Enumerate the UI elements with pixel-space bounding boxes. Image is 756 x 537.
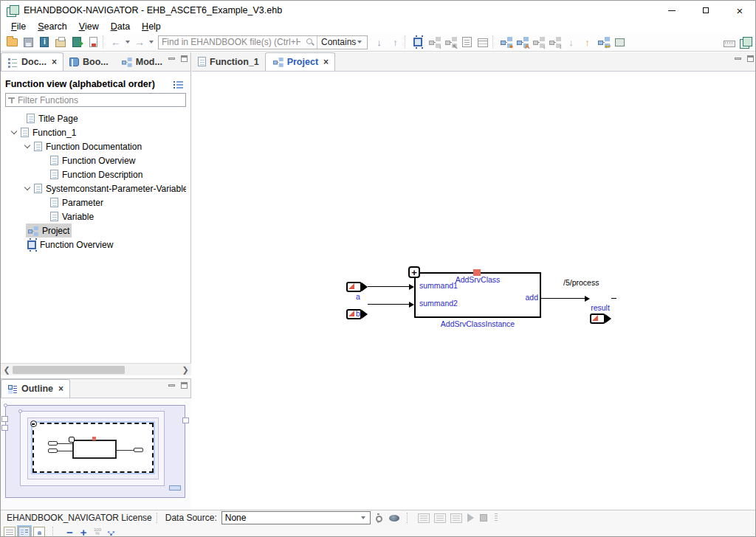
scroll-left-icon[interactable]: ❮ [1, 364, 13, 375]
calibration-view-button[interactable] [418, 513, 430, 523]
mini-wire [58, 443, 72, 444]
image-page-view-button[interactable] [33, 527, 45, 537]
back-button[interactable]: ← [109, 35, 123, 49]
forward-button[interactable]: → [132, 35, 147, 49]
tab-model[interactable]: Mod... [114, 52, 168, 71]
list-view-button[interactable] [459, 35, 474, 49]
model-browse-button[interactable]: ● [498, 35, 513, 49]
maximize-view-button[interactable] [747, 55, 754, 62]
eye-icon[interactable] [389, 515, 399, 522]
tree-item-function-overview[interactable]: Function Overview [5, 153, 186, 167]
drill-down-button[interactable]: ↓ [563, 35, 578, 49]
step-into-model-button[interactable]: ↓ [427, 35, 441, 49]
model-annotate-button[interactable]: A [515, 35, 529, 49]
tab-close-icon[interactable]: × [58, 384, 63, 393]
function-overview-button[interactable] [410, 35, 425, 49]
tree-item-function-overview-bottom[interactable]: Function Overview [5, 238, 186, 252]
filter-input[interactable] [18, 94, 183, 105]
scroll-right-icon[interactable]: ❯ [179, 364, 191, 375]
tree-item-variable[interactable]: Variable [5, 209, 186, 224]
scrollbar-thumb[interactable] [13, 366, 125, 374]
contains-dropdown[interactable]: Contains [317, 36, 367, 49]
outline-tabstrip: Outline × [1, 379, 190, 398]
tab-book[interactable]: Boo... [63, 52, 114, 71]
step-out-model-button[interactable]: ↖ [443, 35, 458, 49]
tab-close-icon[interactable]: × [323, 58, 329, 66]
tree-item-systemconstant[interactable]: Systemconstant-Parameter-Variable-Cl [5, 181, 186, 195]
zoom-out-button[interactable]: − [64, 527, 75, 537]
find-previous-button[interactable]: ↑ [388, 35, 402, 49]
model-down-button[interactable]: ↓ [531, 35, 546, 49]
menu-search[interactable]: Search [32, 21, 73, 32]
menu-help[interactable]: Help [136, 21, 167, 32]
data-source-select[interactable]: None [221, 511, 371, 524]
tree-item-function-documentation[interactable]: Function Documentation [5, 139, 186, 153]
chip-icon [413, 38, 422, 46]
page-view-button[interactable] [4, 527, 16, 537]
menu-data[interactable]: Data [105, 21, 136, 32]
outline-thumbnail[interactable] [1, 398, 191, 510]
zoom-reset-button[interactable]: 100 % [92, 527, 103, 537]
scrollbar-track[interactable] [13, 364, 179, 375]
minimize-view-button[interactable] [168, 58, 175, 60]
menu-file[interactable]: File [5, 21, 32, 32]
tab-outline[interactable]: Outline × [1, 379, 70, 398]
keyboard-shortcuts-button[interactable] [722, 35, 737, 49]
export-button[interactable] [69, 35, 84, 49]
minimize-view-button[interactable] [735, 58, 741, 60]
maximize-view-button[interactable] [181, 55, 188, 62]
duplicate-view-button[interactable] [612, 35, 627, 49]
zoom-in-button[interactable]: + [78, 527, 89, 537]
minimize-view-button[interactable] [168, 384, 175, 387]
filter-icon [8, 97, 15, 104]
tree-item-title-page[interactable]: Title Page [5, 111, 186, 125]
close-button[interactable]: × [723, 1, 756, 20]
tab-close-icon[interactable]: × [52, 58, 57, 66]
minimize-button[interactable] [655, 1, 689, 20]
pdf-export-button[interactable] [86, 35, 100, 49]
print-button[interactable] [53, 35, 68, 49]
tree-item-function-description[interactable]: Function Description [5, 167, 186, 181]
horizontal-scrollbar[interactable]: ❮ ❯ [1, 363, 191, 375]
table-view-button[interactable] [475, 35, 490, 49]
tab-document[interactable]: Doc... × [1, 52, 63, 71]
fit-screen-icon[interactable] [106, 527, 117, 537]
split-page-view-button[interactable] [18, 527, 30, 537]
menu-view[interactable]: View [73, 21, 105, 32]
model-back-button[interactable]: ↩ [596, 35, 611, 49]
input-port-a[interactable] [346, 282, 368, 292]
tree-item-label: Function Documentation [46, 142, 142, 152]
hierarchy-up-icon: ↖ [444, 36, 456, 48]
drill-up-button[interactable]: ↑ [580, 35, 594, 49]
ehandbook-info-button[interactable] [37, 35, 52, 49]
output-port-result[interactable] [590, 313, 611, 324]
tree-item-project[interactable]: Project [5, 224, 186, 238]
back-dropdown-icon[interactable] [126, 41, 130, 44]
forward-dropdown-icon[interactable] [149, 41, 154, 44]
play-icon[interactable] [467, 513, 474, 522]
view-menu-icon[interactable] [173, 80, 183, 89]
chevron-down-icon[interactable] [24, 185, 31, 192]
find-input[interactable] [159, 37, 303, 48]
stop-icon[interactable] [480, 514, 487, 522]
hierarchy-a-icon: A [516, 36, 528, 48]
forward-icon: → [134, 37, 145, 47]
tree-item-function-1[interactable]: Function_1 [5, 125, 186, 139]
save-button[interactable] [21, 35, 35, 49]
tab-function-1[interactable]: Function_1 [192, 52, 265, 71]
experiment-view-button[interactable] [450, 513, 462, 523]
port-flag-icon [592, 315, 598, 321]
find-next-button[interactable]: ↓ [371, 35, 386, 49]
chevron-down-icon[interactable] [11, 129, 18, 136]
mini-block [72, 440, 117, 459]
maximize-view-button[interactable] [181, 382, 188, 389]
split-view-button[interactable]: ↕ [547, 35, 562, 49]
app-window-button[interactable] [738, 35, 753, 49]
tab-project[interactable]: Project × [265, 52, 335, 71]
gear-icon[interactable] [374, 513, 383, 523]
measurement-view-button[interactable] [434, 513, 446, 523]
restore-button[interactable] [689, 1, 723, 20]
chevron-down-icon[interactable] [24, 143, 31, 150]
open-file-button[interactable] [4, 35, 19, 49]
tree-item-parameter[interactable]: Parameter [5, 195, 186, 209]
